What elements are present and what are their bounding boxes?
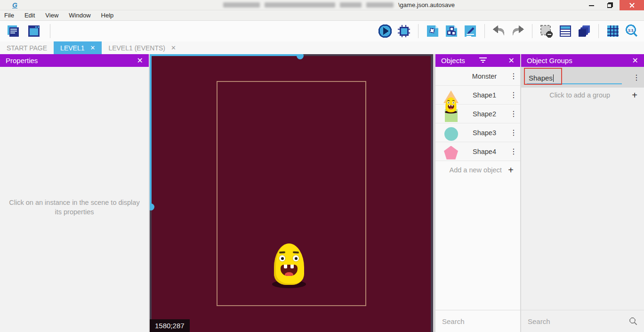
objects-search-bar <box>435 310 520 332</box>
debug-icon[interactable] <box>396 24 411 39</box>
close-button[interactable] <box>620 0 644 10</box>
object-row-shape3[interactable]: Shape3 ⋮ <box>435 123 520 142</box>
tab-start-page[interactable]: START PAGE <box>0 41 54 54</box>
start-page-icon[interactable] <box>26 24 41 39</box>
group-edit-row: Shapes ⋮ <box>521 67 644 88</box>
monster-sprite <box>274 243 305 288</box>
monster-instance[interactable] <box>274 243 305 288</box>
group-name-input[interactable]: Shapes <box>527 70 622 84</box>
objects-panel: Objects ✕ <box>435 54 520 332</box>
scene-vertical-scrollbar[interactable] <box>150 54 152 206</box>
editor-tabs: START PAGE LEVEL1 ✕ LEVEL1 (EVENTS) ✕ <box>0 41 644 54</box>
objects-panel-title: Objects <box>441 57 465 65</box>
menu-file[interactable]: File <box>4 12 14 19</box>
object-name: Shape1 <box>459 91 510 99</box>
object-menu-icon[interactable]: ⋮ <box>510 147 515 156</box>
objects-editor-icon[interactable] <box>425 24 440 39</box>
scene-horizontal-scroll-handle[interactable] <box>297 54 304 59</box>
redacted-title-segment <box>223 2 260 8</box>
instances-list-icon[interactable] <box>558 24 573 39</box>
objects-panel-header: Objects ✕ <box>435 54 520 67</box>
filter-icon[interactable] <box>479 57 487 65</box>
properties-panel: Properties ✕ Click on an instance in the… <box>0 54 149 332</box>
properties-panel-title: Properties <box>6 57 38 65</box>
toolbar: 1:1 <box>0 21 644 41</box>
redacted-title-segment <box>366 2 394 8</box>
menu-help[interactable]: Help <box>101 12 114 19</box>
plus-icon: + <box>632 90 637 101</box>
toolbar-divider <box>484 24 485 38</box>
pentagon-thumbnail-icon <box>443 144 459 160</box>
scene-canvas[interactable]: 1580;287 <box>150 54 433 332</box>
menu-edit[interactable]: Edit <box>24 12 35 19</box>
scene-horizontal-scrollbar[interactable] <box>150 54 299 56</box>
menu-view[interactable]: View <box>45 12 58 19</box>
tab-close-icon[interactable]: ✕ <box>171 44 176 51</box>
group-menu-icon[interactable]: ⋮ <box>633 73 638 82</box>
tab-label: START PAGE <box>7 44 47 52</box>
object-name: Shape2 <box>459 110 510 118</box>
object-groups-panel: Object Groups ✕ Shapes ⋮ Click to add a … <box>521 54 644 332</box>
properties-empty-message: Click on an instance in the scene to dis… <box>0 198 149 217</box>
object-groups-editor-icon[interactable] <box>444 24 459 39</box>
object-name: Shape4 <box>459 148 510 155</box>
layers-icon[interactable] <box>577 24 592 39</box>
text-cursor <box>553 74 554 82</box>
deselect-instances-icon[interactable] <box>539 24 554 39</box>
close-panel-icon[interactable]: ✕ <box>137 56 143 65</box>
object-menu-icon[interactable]: ⋮ <box>510 109 515 118</box>
object-menu-icon[interactable]: ⋮ <box>510 72 515 81</box>
add-object-label: Add a new object <box>443 166 508 174</box>
svg-text:1:1: 1:1 <box>628 28 634 32</box>
project-manager-icon[interactable] <box>6 24 21 39</box>
add-group-label: Click to add a group <box>528 91 632 99</box>
redacted-title-segment <box>265 2 335 8</box>
circle-thumbnail-icon <box>443 125 459 141</box>
title-bar: G \game.json.autosave <box>0 0 644 10</box>
zoom-actual-size-icon[interactable]: 1:1 <box>624 24 639 39</box>
add-object-button[interactable]: Add a new object + <box>435 161 520 179</box>
tab-label: LEVEL1 (EVENTS) <box>108 44 165 52</box>
cursor-coordinates: 1580;287 <box>150 319 190 332</box>
window-title: \game.json.autosave <box>223 1 455 8</box>
play-icon[interactable] <box>378 24 393 39</box>
undo-icon[interactable] <box>491 24 507 39</box>
groups-search-bar <box>521 310 644 332</box>
tab-label: LEVEL1 <box>60 44 84 52</box>
tab-level1-events[interactable]: LEVEL1 (EVENTS) ✕ <box>102 41 183 54</box>
main-area: Properties ✕ Click on an instance in the… <box>0 54 644 332</box>
object-groups-panel-title: Object Groups <box>527 57 572 65</box>
grid-icon[interactable] <box>605 24 620 39</box>
restore-button[interactable] <box>601 0 620 10</box>
window-controls <box>582 0 644 10</box>
close-panel-icon[interactable]: ✕ <box>508 56 515 65</box>
object-name: Monster <box>459 73 510 80</box>
add-group-button[interactable]: Click to add a group + <box>521 88 644 103</box>
object-row-monster[interactable]: Monster ⋮ <box>435 67 520 86</box>
gdevelop-logo-icon: G <box>12 1 21 9</box>
minimize-button[interactable] <box>582 0 601 10</box>
toolbar-divider <box>418 24 419 38</box>
close-panel-icon[interactable]: ✕ <box>632 56 638 65</box>
menu-window[interactable]: Window <box>69 12 90 19</box>
object-groups-panel-header: Object Groups ✕ <box>521 54 644 67</box>
object-menu-icon[interactable]: ⋮ <box>510 90 515 99</box>
properties-panel-header: Properties ✕ <box>0 54 149 67</box>
scene-vertical-scroll-handle[interactable] <box>150 203 154 211</box>
toolbar-divider <box>598 24 599 38</box>
group-name-value: Shapes <box>529 74 553 82</box>
object-row-shape4[interactable]: Shape4 ⋮ <box>435 142 520 161</box>
tab-level1[interactable]: LEVEL1 ✕ <box>54 41 102 54</box>
toolbar-divider <box>50 24 50 38</box>
redo-icon[interactable] <box>510 24 525 39</box>
tab-close-icon[interactable]: ✕ <box>90 44 95 51</box>
plus-icon: + <box>508 165 514 176</box>
monster-thumbnail-icon <box>443 68 459 84</box>
menu-bar: File Edit View Window Help <box>0 10 644 21</box>
groups-search-input[interactable] <box>528 317 629 325</box>
window-title-text: \game.json.autosave <box>398 1 455 8</box>
object-menu-icon[interactable]: ⋮ <box>510 128 515 137</box>
properties-editor-icon[interactable] <box>463 24 478 39</box>
redacted-title-segment <box>340 2 362 8</box>
monster-body <box>274 243 304 285</box>
